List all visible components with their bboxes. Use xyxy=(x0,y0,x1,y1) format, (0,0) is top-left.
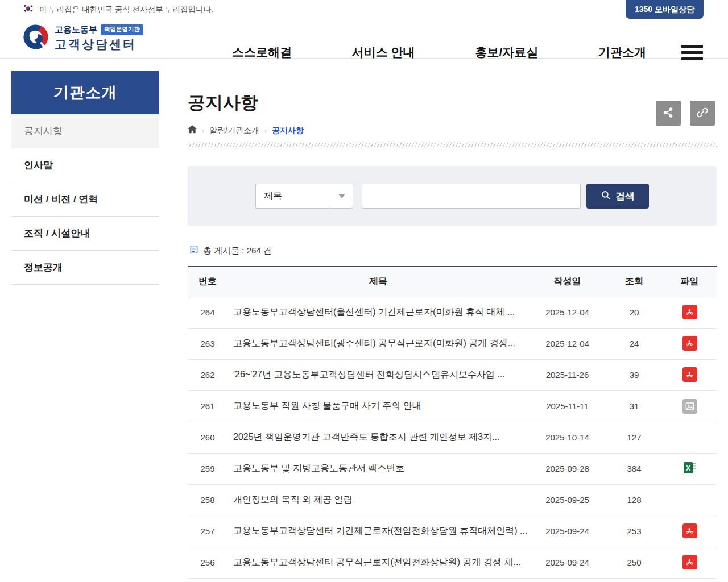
row-file-cell: X xyxy=(663,328,717,359)
table-row[interactable]: 262 '26~'27년 고용노동부고객상담센터 전화상담시스템유지보수사업 .… xyxy=(188,359,717,390)
row-views: 24 xyxy=(606,328,663,359)
share-icon xyxy=(662,106,675,120)
nav-pr-resources[interactable]: 홍보/자료실 xyxy=(475,44,538,60)
sidebar-item-greeting[interactable]: 인사말 xyxy=(11,148,159,182)
search-field-select[interactable]: 제목 xyxy=(255,184,353,209)
table-row[interactable]: 261 고용노동부 직원 사칭 물품구매 사기 주의 안내 2025-11-11… xyxy=(188,390,717,422)
row-date: 2025-10-14 xyxy=(529,422,606,453)
total-count-bar: 총 게시물 : 264 건 xyxy=(189,245,272,256)
row-views: 39 xyxy=(606,359,663,390)
government-emblem-icon xyxy=(23,24,49,52)
row-title[interactable]: 고용노동부 직원 사칭 물품구매 사기 주의 안내 xyxy=(228,390,529,422)
sidebar-item-mission[interactable]: 미션 / 비전 / 연혁 xyxy=(11,182,159,217)
ministry-name: 고용노동부 xyxy=(55,24,97,35)
row-number: 263 xyxy=(188,328,228,359)
row-views: 253 xyxy=(606,516,663,547)
row-number: 262 xyxy=(188,359,228,390)
table-row[interactable]: 257 고용노동부고객상담센터 기간제근로자(전임전화상담원 휴직대체인력) .… xyxy=(188,516,717,547)
row-views: 127 xyxy=(606,422,663,453)
sidebar-item-organization[interactable]: 조직 / 시설안내 xyxy=(11,217,159,251)
row-title[interactable]: 고용노동부 및 지방고용노동관서 팩스번호 xyxy=(228,453,529,484)
main-content: 공지사항 xyxy=(188,85,717,582)
row-views: 384 xyxy=(606,453,663,484)
row-file-cell: X xyxy=(663,297,717,328)
agency-badge: 책임운영기관 xyxy=(101,24,143,35)
row-title[interactable]: 고용노동부고객상담센터(울산센터) 기간제근로자(미화원 휴직 대체 ... xyxy=(228,297,529,328)
search-button-label: 검색 xyxy=(615,190,635,203)
row-date: 2025-11-26 xyxy=(529,359,606,390)
row-date: 2025-09-24 xyxy=(529,547,606,578)
row-file-cell: X xyxy=(663,359,717,390)
row-number: 259 xyxy=(188,453,228,484)
table-row[interactable]: 264 고용노동부고객상담센터(울산센터) 기간제근로자(미화원 휴직 대체 .… xyxy=(188,297,717,328)
column-header-file: 파일 xyxy=(663,267,717,297)
pdf-file-icon[interactable] xyxy=(682,336,697,351)
sidebar-item-notice[interactable]: 공지사항 xyxy=(11,114,159,148)
table-row[interactable]: 258 개인정보의 목적 외 제공 알림 2025-09-25 128 xyxy=(188,484,717,516)
page-title: 공지사항 xyxy=(188,91,258,115)
select-dropdown-zone xyxy=(330,184,353,208)
row-file-cell: X xyxy=(663,453,717,484)
row-title[interactable]: '26~'27년 고용노동부고객상담센터 전화상담시스템유지보수사업 ... xyxy=(228,359,529,390)
total-count-text: 총 게시물 : 264 건 xyxy=(203,246,272,256)
breadcrumb-separator: › xyxy=(202,127,204,135)
row-views: 20 xyxy=(606,297,663,328)
row-number: 258 xyxy=(188,484,228,516)
row-title[interactable]: 고용노동부고객상담센터(광주센터) 공무직근로자(미화원) 공개 경쟁... xyxy=(228,328,529,359)
row-file-cell: X xyxy=(663,547,717,578)
row-date: 2025-09-28 xyxy=(529,453,606,484)
breadcrumb-level1[interactable]: 알림/기관소개 xyxy=(209,126,259,136)
page: 이 누리집은 대한민국 공식 전자정부 누리집입니다. 1350 모바일상담 고… xyxy=(0,0,728,582)
search-input[interactable] xyxy=(362,184,581,209)
pdf-file-icon[interactable] xyxy=(682,305,697,319)
nav-about[interactable]: 기관소개 xyxy=(598,44,646,60)
hamburger-menu-icon[interactable] xyxy=(681,45,703,60)
table-row[interactable]: 263 고용노동부고객상담센터(광주센터) 공무직근로자(미화원) 공개 경쟁.… xyxy=(188,328,717,359)
row-date: 2025-09-25 xyxy=(529,484,606,516)
site-logo[interactable]: 고용노동부 책임운영기관 고객상담센터 xyxy=(23,24,143,52)
share-button[interactable] xyxy=(656,101,681,126)
row-title[interactable]: 2025년 책임운영기관 고객만족도 통합조사 관련 개인정보 제3자... xyxy=(228,422,529,453)
hatched-divider xyxy=(188,143,717,147)
column-header-date: 작성일 xyxy=(529,267,606,297)
row-file-cell: X xyxy=(663,422,717,453)
row-title[interactable]: 고용노동부고객상담센터 기간제근로자(전임전화상담원 휴직대체인력) ... xyxy=(228,516,529,547)
pdf-file-icon[interactable] xyxy=(682,555,697,569)
row-date: 2025-12-04 xyxy=(529,297,606,328)
column-header-views: 조회 xyxy=(606,267,663,297)
pdf-file-icon[interactable] xyxy=(682,367,697,382)
korea-flag-icon xyxy=(23,5,34,15)
row-number: 260 xyxy=(188,422,228,453)
sidebar-item-info-disclosure[interactable]: 정보공개 xyxy=(11,251,159,285)
pdf-file-icon[interactable] xyxy=(682,523,697,538)
search-panel: 제목 검색 xyxy=(188,166,717,226)
notice-table: 번호 제목 작성일 조회 파일 264 고용노동부고객상담센터(울산센터) 기간… xyxy=(188,266,717,579)
search-icon xyxy=(601,190,611,203)
row-views: 250 xyxy=(606,547,663,578)
table-row[interactable]: 260 2025년 책임운영기관 고객만족도 통합조사 관련 개인정보 제3자.… xyxy=(188,422,717,453)
row-title[interactable]: 고용노동부고객상담센터 공무직근로자(전임전화상담원) 공개 경쟁 채... xyxy=(228,547,529,578)
excel-file-icon[interactable]: X xyxy=(682,460,697,475)
search-button[interactable]: 검색 xyxy=(586,184,649,209)
table-row[interactable]: 256 고용노동부고객상담센터 공무직근로자(전임전화상담원) 공개 경쟁 채.… xyxy=(188,547,717,578)
table-row[interactable]: 259 고용노동부 및 지방고용노동관서 팩스번호 2025-09-28 384 xyxy=(188,453,717,484)
site-header: 고용노동부 책임운영기관 고객상담센터 스스로해결 서비스 안내 홍보/자료실 … xyxy=(0,19,728,59)
logo-text: 고용노동부 책임운영기관 고객상담센터 xyxy=(55,24,143,52)
row-views: 128 xyxy=(606,484,663,516)
image-file-icon[interactable] xyxy=(682,399,697,414)
site-name: 고객상담센터 xyxy=(55,36,143,52)
chevron-down-icon xyxy=(338,194,345,198)
mobile-consult-button[interactable]: 1350 모바일상담 xyxy=(626,0,704,19)
row-number: 257 xyxy=(188,516,228,547)
row-file-cell: X xyxy=(663,484,717,516)
copy-link-button[interactable] xyxy=(690,101,715,126)
nav-self-resolve[interactable]: 스스로해결 xyxy=(232,44,292,60)
breadcrumb-current: 공지사항 xyxy=(272,126,304,136)
document-list-icon xyxy=(189,245,198,256)
row-file-cell: X xyxy=(663,516,717,547)
sidebar: 기관소개 공지사항 인사말 미션 / 비전 / 연혁 조직 / 시설안내 정보공… xyxy=(11,71,159,285)
row-title[interactable]: 개인정보의 목적 외 제공 알림 xyxy=(228,484,529,516)
official-site-notice: 이 누리집은 대한민국 공식 전자정부 누리집입니다. xyxy=(39,5,213,15)
home-icon[interactable] xyxy=(188,125,197,136)
nav-service-guide[interactable]: 서비스 안내 xyxy=(352,44,415,60)
